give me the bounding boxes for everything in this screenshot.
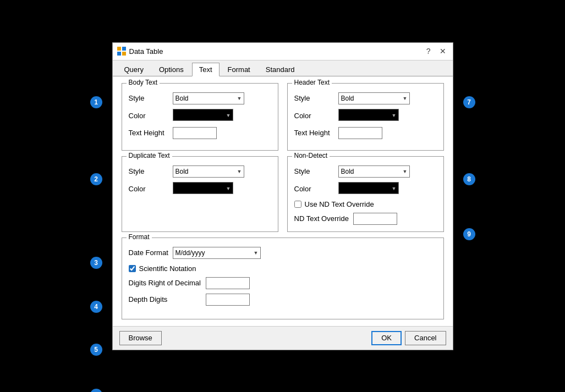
annotation-5: 5 <box>90 344 102 356</box>
body-color-row: Color <box>129 109 271 123</box>
header-color-label: Color <box>294 112 338 120</box>
middle-row: Duplicate Text Style Bold Regular Italic <box>122 156 444 232</box>
tab-text[interactable]: Text <box>192 63 220 76</box>
dup-color-box[interactable] <box>173 182 233 194</box>
svg-rect-3 <box>122 52 126 56</box>
digits-decimal-input[interactable]: 1 <box>206 277 250 289</box>
nd-override-checkbox[interactable] <box>294 201 301 208</box>
nd-text-override-label: ND Text Override <box>294 214 349 223</box>
digits-decimal-label: Digits Right of Decimal <box>129 279 206 287</box>
dup-style-select[interactable]: Bold Regular Italic <box>173 165 244 178</box>
help-button[interactable]: ? <box>424 47 433 55</box>
duplicate-text-title: Duplicate Text <box>127 152 172 159</box>
body-height-label: Text Height <box>129 129 173 137</box>
nd-override-checkbox-row: Use ND Text Override <box>294 200 437 208</box>
annotation-3: 3 <box>90 257 102 269</box>
dup-color-wrapper[interactable] <box>173 182 233 196</box>
header-height-label: Text Height <box>294 129 338 137</box>
title-bar-controls: ? ✕ <box>424 47 448 55</box>
title-bar-left: Data Table <box>117 47 163 56</box>
header-color-wrapper[interactable] <box>338 109 399 123</box>
header-style-label: Style <box>294 94 338 102</box>
dialog-title: Data Table <box>129 47 163 56</box>
dup-style-select-wrapper: Bold Regular Italic <box>173 165 244 178</box>
header-text-title: Header Text <box>292 79 332 86</box>
nd-style-label: Style <box>294 167 338 175</box>
body-text-panel: Body Text Style Bold Regular Italic C <box>122 83 278 151</box>
nd-text-override-row: ND Text Override ND <box>294 213 437 225</box>
body-color-wrapper[interactable] <box>173 109 233 123</box>
annotation-6: 6 <box>90 389 102 393</box>
header-text-panel: Header Text Style Bold Regular Italic <box>287 83 444 151</box>
header-color-box[interactable] <box>338 109 399 121</box>
tab-query[interactable]: Query <box>117 63 151 76</box>
nd-text-override-input[interactable]: ND <box>353 213 397 225</box>
date-format-wrapper: M/dd/yyyy MM/dd/yyyy yyyy-MM-dd dd/MM/yy… <box>173 247 261 259</box>
dup-style-row: Style Bold Regular Italic <box>129 165 271 178</box>
nd-color-wrapper[interactable] <box>338 182 399 196</box>
svg-rect-2 <box>117 52 121 56</box>
nd-color-label: Color <box>294 185 338 193</box>
sci-notation-checkbox[interactable] <box>129 265 136 272</box>
footer: Browse OK Cancel <box>113 326 453 350</box>
nd-style-select-wrapper: Bold Regular Italic <box>338 165 410 178</box>
non-detect-panel: Non-Detect Style Bold Regular Italic <box>287 156 444 232</box>
close-button[interactable]: ✕ <box>437 47 448 55</box>
format-title: Format <box>127 233 152 241</box>
tab-standard[interactable]: Standard <box>259 63 302 76</box>
footer-right-buttons: OK Cancel <box>371 331 446 345</box>
tab-bar: Query Options Text Format Standard <box>113 60 453 76</box>
nd-style-select[interactable]: Bold Regular Italic <box>338 165 410 178</box>
header-height-row: Text Height 240 <box>294 127 437 139</box>
tab-format[interactable]: Format <box>221 63 257 76</box>
tab-options[interactable]: Options <box>152 63 191 76</box>
body-style-select-wrapper: Bold Regular Italic <box>173 92 244 104</box>
body-height-input[interactable]: 192 <box>173 127 217 139</box>
nd-override-checkbox-label[interactable]: Use ND Text Override <box>305 200 374 208</box>
body-text-title: Body Text <box>127 79 160 86</box>
dup-style-label: Style <box>129 167 173 175</box>
format-panel: Format Date Format M/dd/yyyy MM/dd/yyyy … <box>122 238 444 319</box>
nd-style-row: Style Bold Regular Italic <box>294 165 437 178</box>
date-format-row: Date Format M/dd/yyyy MM/dd/yyyy yyyy-MM… <box>129 247 437 259</box>
depth-digits-row: Depth Digits 1 <box>129 294 437 306</box>
depth-digits-label: Depth Digits <box>129 295 206 303</box>
header-style-select[interactable]: Bold Regular Italic <box>338 92 410 104</box>
header-height-input[interactable]: 240 <box>338 127 382 139</box>
body-style-label: Style <box>129 94 173 102</box>
date-format-label: Date Format <box>129 249 173 257</box>
dialog: Data Table ? ✕ Query Options Text Format… <box>112 42 453 350</box>
title-bar: Data Table ? ✕ <box>113 43 453 60</box>
header-style-row: Style Bold Regular Italic <box>294 92 437 104</box>
svg-rect-0 <box>117 47 121 51</box>
body-color-label: Color <box>129 112 173 120</box>
svg-rect-1 <box>122 47 126 51</box>
nd-color-row: Color <box>294 182 437 196</box>
content-area: Body Text Style Bold Regular Italic C <box>113 76 453 326</box>
annotation-7: 7 <box>463 96 475 108</box>
nd-color-box[interactable] <box>338 182 399 194</box>
top-row: Body Text Style Bold Regular Italic C <box>122 83 444 151</box>
cancel-button[interactable]: Cancel <box>405 331 446 345</box>
header-color-row: Color <box>294 109 437 123</box>
body-style-row: Style Bold Regular Italic <box>129 92 271 104</box>
ok-button[interactable]: OK <box>371 331 402 345</box>
annotation-8: 8 <box>463 173 475 185</box>
dup-color-label: Color <box>129 185 173 193</box>
body-color-box[interactable] <box>173 109 233 121</box>
browse-button[interactable]: Browse <box>119 331 162 345</box>
sci-notation-row: Scientific Notation <box>129 264 437 273</box>
non-detect-title: Non-Detect <box>292 152 330 159</box>
digits-decimal-row: Digits Right of Decimal 1 <box>129 277 437 289</box>
sci-notation-label[interactable]: Scientific Notation <box>139 264 196 273</box>
date-format-select[interactable]: M/dd/yyyy MM/dd/yyyy yyyy-MM-dd dd/MM/yy… <box>173 247 261 259</box>
body-style-select[interactable]: Bold Regular Italic <box>173 92 244 104</box>
duplicate-text-panel: Duplicate Text Style Bold Regular Italic <box>122 156 278 232</box>
annotation-4: 4 <box>90 301 102 313</box>
header-style-select-wrapper: Bold Regular Italic <box>338 92 410 104</box>
depth-digits-input[interactable]: 1 <box>206 294 250 306</box>
annotation-2: 2 <box>90 173 102 185</box>
annotation-1: 1 <box>90 96 102 108</box>
annotation-9: 9 <box>463 228 475 240</box>
body-height-row: Text Height 192 <box>129 127 271 139</box>
